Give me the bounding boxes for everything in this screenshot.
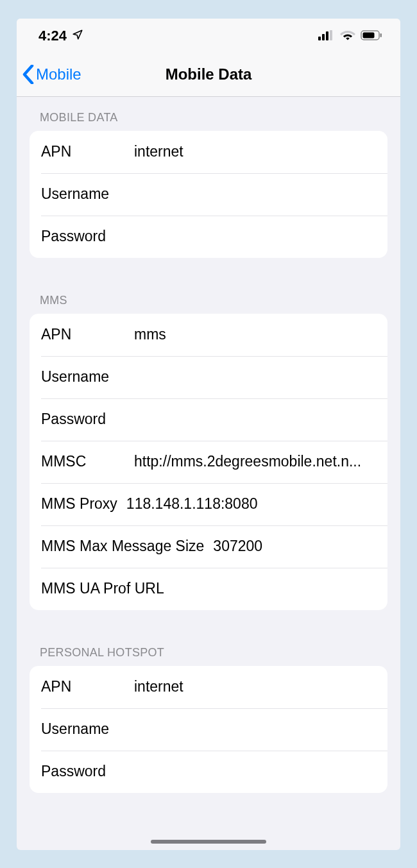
mms-proxy-input[interactable] — [126, 495, 376, 513]
row-label: Username — [41, 368, 134, 386]
svg-rect-3 — [330, 30, 332, 40]
row-label: APN — [41, 326, 134, 343]
status-bar: 4:24 — [17, 19, 400, 53]
mms-proxy-row[interactable]: MMS Proxy — [30, 483, 387, 525]
mobile-data-password-row[interactable]: Password — [30, 216, 387, 258]
hotspot-password-row[interactable]: Password — [30, 751, 387, 793]
mms-card: APN Username Password MMSC MMS Proxy MMS… — [30, 314, 387, 610]
row-label: APN — [41, 143, 134, 160]
mms-password-row[interactable]: Password — [30, 398, 387, 441]
row-label: Password — [41, 228, 134, 245]
mobile-data-username-row[interactable]: Username — [30, 173, 387, 216]
svg-rect-6 — [380, 33, 382, 37]
mms-username-row[interactable]: Username — [30, 356, 387, 398]
svg-rect-5 — [363, 32, 375, 38]
mms-password-input[interactable] — [134, 411, 376, 428]
row-label: Username — [41, 720, 134, 738]
section-header-hotspot: PERSONAL HOTSPOT — [30, 633, 387, 666]
mms-uaprof-input[interactable] — [173, 580, 376, 597]
back-button[interactable]: Mobile — [22, 65, 81, 84]
row-label: MMS UA Prof URL — [41, 580, 173, 597]
svg-rect-0 — [318, 37, 321, 40]
back-label: Mobile — [36, 65, 81, 83]
cellular-signal-icon — [318, 28, 335, 44]
nav-bar: Mobile Mobile Data — [17, 53, 400, 97]
hotspot-username-input[interactable] — [134, 720, 376, 738]
location-icon — [72, 28, 83, 44]
hotspot-card: APN Username Password — [30, 666, 387, 793]
row-label: MMS Proxy — [41, 495, 126, 513]
row-label: APN — [41, 678, 134, 695]
mms-uaprof-row[interactable]: MMS UA Prof URL — [30, 568, 387, 610]
section-header-mobile-data: MOBILE DATA — [30, 97, 387, 131]
mobile-data-username-input[interactable] — [134, 185, 376, 203]
mms-apn-input[interactable] — [134, 326, 376, 343]
battery-icon — [361, 28, 382, 44]
chevron-left-icon — [22, 65, 35, 84]
mobile-data-card: APN Username Password — [30, 131, 387, 258]
row-label: MMS Max Message Size — [41, 538, 213, 555]
wifi-icon — [340, 28, 355, 44]
mms-apn-row[interactable]: APN — [30, 314, 387, 356]
mms-mmsc-row[interactable]: MMSC — [30, 441, 387, 483]
mms-username-input[interactable] — [134, 368, 376, 386]
mms-mmsc-input[interactable] — [134, 453, 376, 470]
row-label: Username — [41, 185, 134, 203]
status-time: 4:24 — [38, 28, 67, 44]
mobile-data-apn-row[interactable]: APN — [30, 131, 387, 173]
mms-maxsize-row[interactable]: MMS Max Message Size — [30, 525, 387, 568]
hotspot-username-row[interactable]: Username — [30, 708, 387, 751]
home-indicator[interactable] — [151, 840, 266, 844]
hotspot-password-input[interactable] — [134, 763, 376, 780]
hotspot-apn-input[interactable] — [134, 678, 376, 695]
svg-rect-1 — [322, 34, 325, 40]
row-label: MMSC — [41, 453, 134, 470]
mms-maxsize-input[interactable] — [213, 538, 376, 555]
row-label: Password — [41, 411, 134, 428]
mobile-data-apn-input[interactable] — [134, 143, 376, 160]
settings-screen: 4:24 — [17, 19, 400, 850]
row-label: Password — [41, 763, 134, 780]
hotspot-apn-row[interactable]: APN — [30, 666, 387, 708]
mobile-data-password-input[interactable] — [134, 228, 376, 245]
content-scroll[interactable]: MOBILE DATA APN Username Password MMS AP… — [17, 97, 400, 850]
section-header-mms: MMS — [30, 281, 387, 314]
svg-rect-2 — [326, 31, 328, 40]
